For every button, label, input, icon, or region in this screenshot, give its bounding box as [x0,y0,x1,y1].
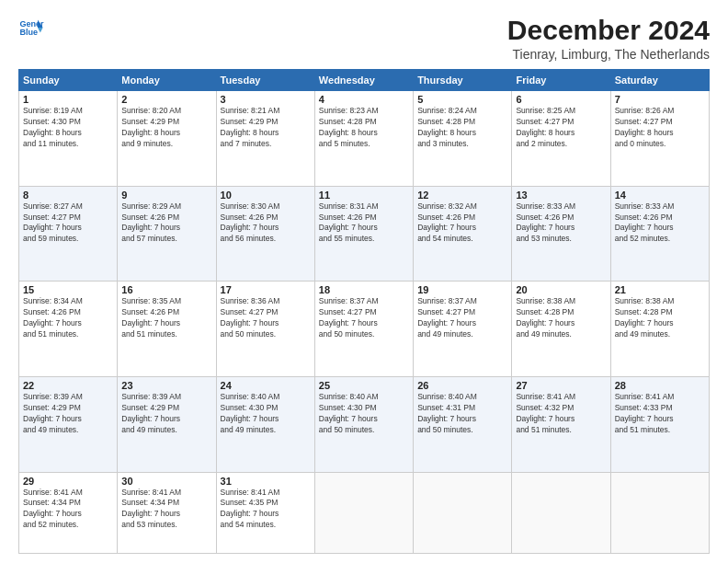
day-info: Sunrise: 8:38 AM Sunset: 4:28 PM Dayligh… [516,296,606,340]
calendar-week-row: 29Sunrise: 8:41 AM Sunset: 4:34 PM Dayli… [19,472,710,554]
weekday-header: Monday [118,70,216,91]
day-info: Sunrise: 8:32 AM Sunset: 4:26 PM Dayligh… [417,201,507,246]
day-number: 1 [23,94,113,105]
day-number: 14 [615,190,705,201]
day-number: 17 [221,284,311,295]
calendar-cell: 22Sunrise: 8:39 AM Sunset: 4:29 PM Dayli… [19,376,118,472]
day-number: 23 [121,380,211,391]
calendar-cell: 3Sunrise: 8:21 AM Sunset: 4:29 PM Daylig… [216,91,314,187]
svg-text:Blue: Blue [19,28,38,37]
calendar-cell: 24Sunrise: 8:40 AM Sunset: 4:30 PM Dayli… [216,376,314,472]
calendar-cell: 26Sunrise: 8:40 AM Sunset: 4:31 PM Dayli… [414,376,512,472]
calendar-cell: 14Sunrise: 8:33 AM Sunset: 4:26 PM Dayli… [610,186,709,282]
calendar-cell: 15Sunrise: 8:34 AM Sunset: 4:26 PM Dayli… [19,282,118,377]
day-info: Sunrise: 8:20 AM Sunset: 4:29 PM Dayligh… [121,106,211,150]
calendar-week-row: 22Sunrise: 8:39 AM Sunset: 4:29 PM Dayli… [19,376,710,472]
calendar-cell: 23Sunrise: 8:39 AM Sunset: 4:29 PM Dayli… [118,376,216,472]
day-info: Sunrise: 8:38 AM Sunset: 4:28 PM Dayligh… [615,296,705,340]
day-number: 12 [417,190,507,201]
logo-icon: General Blue [18,15,44,40]
calendar-cell: 25Sunrise: 8:40 AM Sunset: 4:30 PM Dayli… [314,376,413,472]
day-number: 10 [221,190,311,201]
calendar-cell: 8Sunrise: 8:27 AM Sunset: 4:27 PM Daylig… [19,186,118,282]
calendar-cell: 2Sunrise: 8:20 AM Sunset: 4:29 PM Daylig… [118,91,216,187]
day-number: 29 [23,476,113,487]
day-info: Sunrise: 8:41 AM Sunset: 4:35 PM Dayligh… [221,488,311,532]
header: General Blue December 2024 Tienray, Limb… [18,15,710,62]
calendar-cell [314,472,413,554]
svg-marker-3 [38,28,43,33]
calendar-cell: 13Sunrise: 8:33 AM Sunset: 4:26 PM Dayli… [512,186,610,282]
day-info: Sunrise: 8:40 AM Sunset: 4:30 PM Dayligh… [319,392,409,436]
day-info: Sunrise: 8:27 AM Sunset: 4:27 PM Dayligh… [23,201,113,246]
day-info: Sunrise: 8:35 AM Sunset: 4:26 PM Dayligh… [121,296,211,340]
day-info: Sunrise: 8:21 AM Sunset: 4:29 PM Dayligh… [221,106,311,150]
weekday-header: Saturday [610,70,709,91]
calendar-cell: 19Sunrise: 8:37 AM Sunset: 4:27 PM Dayli… [414,282,512,377]
day-number: 2 [121,94,211,105]
calendar-cell: 16Sunrise: 8:35 AM Sunset: 4:26 PM Dayli… [118,282,216,377]
day-info: Sunrise: 8:40 AM Sunset: 4:31 PM Dayligh… [417,392,507,436]
day-number: 6 [516,94,606,105]
calendar-cell: 28Sunrise: 8:41 AM Sunset: 4:33 PM Dayli… [610,376,709,472]
day-info: Sunrise: 8:39 AM Sunset: 4:29 PM Dayligh… [23,392,113,436]
day-number: 19 [417,284,507,295]
day-number: 11 [319,190,409,201]
calendar-cell: 29Sunrise: 8:41 AM Sunset: 4:34 PM Dayli… [19,472,118,554]
day-number: 18 [319,284,409,295]
day-info: Sunrise: 8:41 AM Sunset: 4:32 PM Dayligh… [516,392,606,436]
day-info: Sunrise: 8:19 AM Sunset: 4:30 PM Dayligh… [23,106,113,150]
calendar-cell: 30Sunrise: 8:41 AM Sunset: 4:34 PM Dayli… [118,472,216,554]
calendar-cell: 7Sunrise: 8:26 AM Sunset: 4:27 PM Daylig… [610,91,709,187]
calendar-cell: 17Sunrise: 8:36 AM Sunset: 4:27 PM Dayli… [216,282,314,377]
calendar-cell: 6Sunrise: 8:25 AM Sunset: 4:27 PM Daylig… [512,91,610,187]
main-title: December 2024 [507,15,710,45]
day-number: 31 [221,476,311,487]
calendar-week-row: 15Sunrise: 8:34 AM Sunset: 4:26 PM Dayli… [19,282,710,377]
day-info: Sunrise: 8:41 AM Sunset: 4:33 PM Dayligh… [615,392,705,436]
day-number: 13 [516,190,606,201]
day-info: Sunrise: 8:33 AM Sunset: 4:26 PM Dayligh… [516,201,606,246]
day-info: Sunrise: 8:36 AM Sunset: 4:27 PM Dayligh… [221,296,311,340]
calendar-cell: 18Sunrise: 8:37 AM Sunset: 4:27 PM Dayli… [314,282,413,377]
calendar-cell: 12Sunrise: 8:32 AM Sunset: 4:26 PM Dayli… [414,186,512,282]
calendar-week-row: 1Sunrise: 8:19 AM Sunset: 4:30 PM Daylig… [19,91,710,187]
day-number: 30 [121,476,211,487]
day-info: Sunrise: 8:25 AM Sunset: 4:27 PM Dayligh… [516,106,606,150]
calendar-cell [414,472,512,554]
day-info: Sunrise: 8:41 AM Sunset: 4:34 PM Dayligh… [121,488,211,532]
calendar-cell: 9Sunrise: 8:29 AM Sunset: 4:26 PM Daylig… [118,186,216,282]
day-number: 24 [221,380,311,391]
calendar-cell [610,472,709,554]
day-info: Sunrise: 8:31 AM Sunset: 4:26 PM Dayligh… [319,201,409,246]
day-number: 21 [615,284,705,295]
calendar-cell: 31Sunrise: 8:41 AM Sunset: 4:35 PM Dayli… [216,472,314,554]
day-info: Sunrise: 8:41 AM Sunset: 4:34 PM Dayligh… [23,488,113,532]
title-block: December 2024 Tienray, Limburg, The Neth… [507,15,710,62]
day-number: 4 [319,94,409,105]
day-info: Sunrise: 8:33 AM Sunset: 4:26 PM Dayligh… [615,201,705,246]
day-info: Sunrise: 8:30 AM Sunset: 4:26 PM Dayligh… [221,201,311,246]
calendar-cell: 4Sunrise: 8:23 AM Sunset: 4:28 PM Daylig… [314,91,413,187]
calendar-week-row: 8Sunrise: 8:27 AM Sunset: 4:27 PM Daylig… [19,186,710,282]
day-info: Sunrise: 8:26 AM Sunset: 4:27 PM Dayligh… [615,106,705,150]
calendar-cell: 21Sunrise: 8:38 AM Sunset: 4:28 PM Dayli… [610,282,709,377]
day-info: Sunrise: 8:34 AM Sunset: 4:26 PM Dayligh… [23,296,113,340]
weekday-header: Thursday [414,70,512,91]
day-number: 3 [221,94,311,105]
day-number: 7 [615,94,705,105]
day-number: 22 [23,380,113,391]
calendar-body: 1Sunrise: 8:19 AM Sunset: 4:30 PM Daylig… [19,91,710,554]
day-number: 5 [417,94,507,105]
page: General Blue December 2024 Tienray, Limb… [0,0,728,563]
calendar-cell: 5Sunrise: 8:24 AM Sunset: 4:28 PM Daylig… [414,91,512,187]
day-info: Sunrise: 8:39 AM Sunset: 4:29 PM Dayligh… [121,392,211,436]
calendar-header-row: SundayMondayTuesdayWednesdayThursdayFrid… [19,70,710,91]
weekday-header: Sunday [19,70,118,91]
weekday-header: Friday [512,70,610,91]
calendar-cell: 20Sunrise: 8:38 AM Sunset: 4:28 PM Dayli… [512,282,610,377]
calendar-cell: 1Sunrise: 8:19 AM Sunset: 4:30 PM Daylig… [19,91,118,187]
day-info: Sunrise: 8:37 AM Sunset: 4:27 PM Dayligh… [319,296,409,340]
day-number: 26 [417,380,507,391]
day-number: 27 [516,380,606,391]
